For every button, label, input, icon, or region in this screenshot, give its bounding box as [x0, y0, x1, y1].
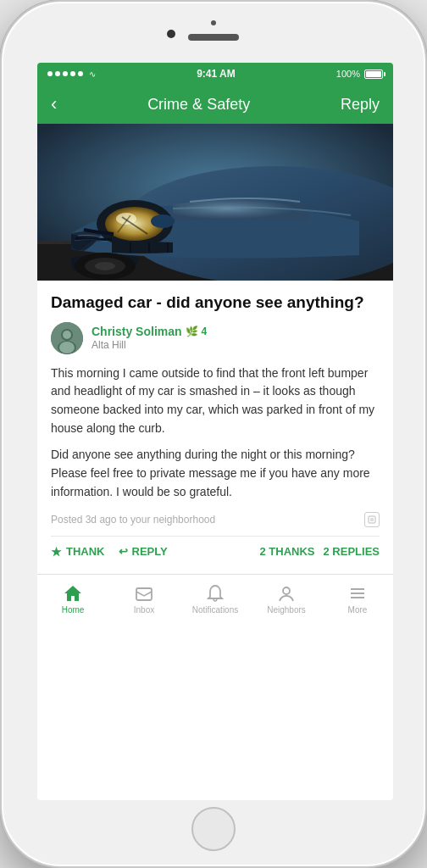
svg-rect-19 [369, 516, 375, 523]
star-icon: ★ [51, 545, 62, 559]
signal-dot-2 [55, 71, 60, 76]
post-timestamp: Posted 3d ago to your neighborhood [51, 514, 215, 526]
post-para-2: Did anyone see anything during the night… [51, 446, 380, 501]
post-body: This morning I came outside to find that… [51, 364, 380, 502]
post-actions: ★ THANK ↩ REPLY 2 THANKS 2 REPLIES [51, 537, 380, 562]
action-stats: 2 THANKS 2 REPLIES [260, 545, 380, 558]
author-name: Christy Soliman 🌿 4 [92, 325, 207, 338]
nav-title: Crime & Safety [147, 96, 250, 114]
author-name-text: Christy Soliman [92, 325, 182, 338]
author-location: Alta Hill [92, 339, 207, 351]
svg-rect-23 [136, 588, 152, 600]
phone-frame: ∿ 9:41 AM 100% ‹ Crime & Safety Reply [0, 0, 427, 868]
more-icon [348, 584, 367, 603]
signal-dots: ∿ [47, 70, 96, 79]
home-icon [64, 584, 82, 603]
inbox-icon [135, 584, 153, 603]
speaker-camera [167, 30, 175, 38]
battery-fill [366, 71, 381, 77]
bell-icon [206, 584, 225, 603]
signal-dot-3 [63, 71, 68, 76]
status-right: 100% [336, 69, 383, 79]
tab-neighbors-label: Neighbors [267, 605, 306, 615]
post-body-container: Damaged car - did anyone see anything? [37, 281, 393, 574]
avatar-image [51, 322, 83, 354]
post-content-area: Damaged car - did anyone see anything? [37, 281, 393, 574]
battery-percent: 100% [336, 69, 360, 79]
signal-dot-4 [70, 71, 75, 76]
tab-inbox-label: Inbox [134, 605, 154, 615]
thank-label: THANK [66, 545, 105, 558]
reply-action-button[interactable]: ↩ REPLY [119, 545, 168, 559]
wifi-icon: ∿ [89, 70, 96, 79]
status-bar: ∿ 9:41 AM 100% [37, 63, 393, 85]
svg-point-24 [283, 587, 290, 594]
share-icon[interactable] [364, 512, 380, 527]
post-meta: Posted 3d ago to your neighborhood [51, 512, 380, 527]
tab-more[interactable]: More [322, 584, 393, 615]
tab-inbox[interactable]: Inbox [108, 584, 180, 615]
neighbors-icon [277, 584, 296, 603]
action-left: ★ THANK ↩ REPLY [51, 545, 168, 559]
home-button[interactable] [191, 807, 236, 851]
replies-count: 2 REPLIES [324, 545, 380, 558]
thank-button[interactable]: ★ THANK [51, 545, 105, 559]
svg-point-6 [116, 213, 136, 225]
avatar [51, 322, 83, 354]
post-title: Damaged car - did anyone see anything? [51, 292, 380, 314]
reply-label: REPLY [132, 545, 168, 558]
tab-home[interactable]: Home [37, 584, 108, 615]
tab-neighbors[interactable]: Neighbors [251, 584, 322, 615]
phone-screen: ∿ 9:41 AM 100% ‹ Crime & Safety Reply [37, 63, 393, 800]
front-camera [211, 20, 216, 25]
battery-icon [364, 70, 383, 79]
tab-more-label: More [348, 605, 368, 615]
svg-point-13 [151, 214, 175, 228]
car-photo [37, 124, 393, 281]
svg-marker-22 [64, 586, 81, 601]
author-row: Christy Soliman 🌿 4 Alta Hill [51, 322, 380, 354]
tab-bar: Home Inbox Notifications [37, 574, 393, 625]
tab-notifications-label: Notifications [192, 605, 238, 615]
signal-dot-5 [78, 71, 83, 76]
speaker-bar [188, 34, 239, 41]
post-para-1: This morning I came outside to find that… [51, 364, 380, 438]
tab-home-label: Home [62, 605, 85, 615]
signal-dot-1 [47, 71, 53, 76]
reply-icon: ↩ [119, 545, 128, 558]
author-info: Christy Soliman 🌿 4 Alta Hill [92, 325, 207, 351]
nav-bar: ‹ Crime & Safety Reply [37, 85, 393, 124]
reply-button[interactable]: Reply [341, 96, 380, 114]
author-rating: 4 [202, 326, 208, 337]
thanks-count: 2 THANKS [260, 545, 315, 558]
tab-notifications[interactable]: Notifications [180, 584, 251, 615]
leaf-icon: 🌿 [186, 326, 198, 337]
car-image-svg [37, 124, 393, 281]
back-button[interactable]: ‹ [51, 93, 57, 115]
svg-point-18 [59, 342, 75, 353]
svg-point-12 [95, 262, 115, 270]
svg-point-17 [63, 331, 71, 339]
status-time: 9:41 AM [197, 68, 236, 80]
